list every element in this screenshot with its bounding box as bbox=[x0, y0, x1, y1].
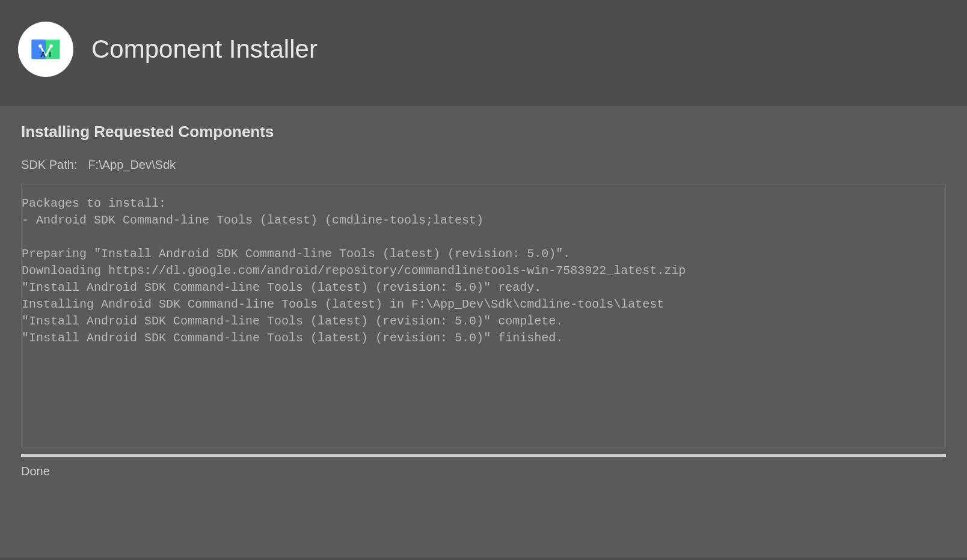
section-title: Installing Requested Components bbox=[21, 123, 946, 141]
android-studio-logo-icon: A I bbox=[28, 32, 63, 67]
content-area: Installing Requested Components SDK Path… bbox=[0, 106, 967, 558]
page-title: Component Installer bbox=[91, 35, 318, 64]
sdk-path-row: SDK Path: F:\App_Dev\Sdk bbox=[21, 158, 946, 172]
sdk-path-label: SDK Path: bbox=[21, 158, 77, 172]
svg-text:I: I bbox=[49, 50, 51, 59]
svg-point-3 bbox=[49, 44, 52, 47]
svg-point-2 bbox=[38, 44, 41, 47]
sdk-path-value: F:\App_Dev\Sdk bbox=[88, 158, 176, 172]
svg-text:A: A bbox=[40, 50, 46, 59]
android-studio-icon: A I bbox=[18, 22, 73, 77]
header: A I Component Installer bbox=[0, 0, 967, 106]
progress-bar bbox=[21, 454, 946, 457]
status-text: Done bbox=[21, 464, 946, 478]
install-log[interactable]: Packages to install: - Android SDK Comma… bbox=[21, 184, 946, 448]
